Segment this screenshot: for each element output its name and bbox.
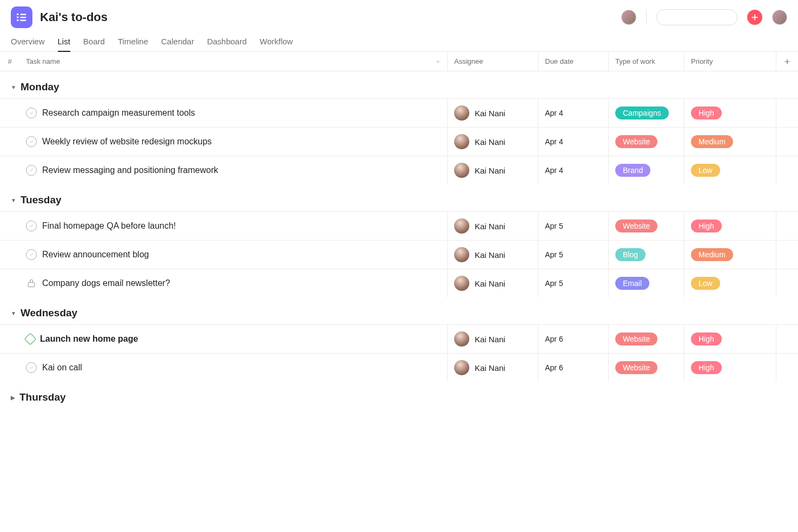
task-name-cell[interactable]: Weekly review of website redesign mockup… [19, 128, 448, 156]
due-date-cell[interactable]: Apr 5 [538, 269, 609, 297]
priority-pill: High [691, 361, 722, 374]
due-date-cell[interactable]: Apr 5 [538, 241, 609, 269]
assignee-cell[interactable]: Kai Nani [448, 128, 538, 156]
assignee-avatar [454, 134, 469, 149]
complete-checkbox[interactable] [26, 165, 37, 176]
assignee-cell[interactable]: Kai Nani [448, 354, 538, 382]
row-gutter [0, 269, 19, 297]
milestone-icon[interactable] [24, 333, 37, 345]
col-task-name[interactable]: Task name [19, 52, 448, 71]
assignee-name: Kai Nani [475, 137, 506, 147]
tab-list[interactable]: List [58, 32, 70, 51]
section-header[interactable]: ▼Tuesday [0, 184, 798, 211]
tab-timeline[interactable]: Timeline [118, 32, 148, 51]
col-type-of-work[interactable]: Type of work [609, 52, 684, 71]
priority-cell[interactable]: Medium [684, 128, 776, 156]
task-row[interactable]: Review announcement blogKai NaniApr 5Blo… [0, 240, 798, 269]
task-sections: ▼MondayResearch campaign measurement too… [0, 71, 798, 409]
priority-cell[interactable]: High [684, 99, 776, 127]
task-row[interactable]: Research campaign measurement toolsKai N… [0, 98, 798, 127]
section-header[interactable]: ▼Wednesday [0, 297, 798, 324]
priority-pill: Low [691, 277, 720, 290]
assignee-cell[interactable]: Kai Nani [448, 156, 538, 184]
section-header[interactable]: ▶Thursday [0, 382, 798, 409]
due-date-cell[interactable]: Apr 5 [538, 212, 609, 240]
column-header-row: # Task name Assignee Due date Type of wo… [0, 52, 798, 71]
task-row[interactable]: Launch new home pageKai NaniApr 6Website… [0, 324, 798, 353]
type-pill: Campaigns [615, 107, 669, 119]
row-trailing [776, 269, 798, 297]
tab-overview[interactable]: Overview [11, 32, 45, 51]
assignee-cell[interactable]: Kai Nani [448, 99, 538, 127]
type-cell[interactable]: Email [609, 269, 684, 297]
complete-checkbox[interactable] [26, 249, 37, 260]
member-avatar[interactable] [621, 10, 636, 25]
search-input[interactable] [666, 14, 756, 22]
tab-board[interactable]: Board [83, 32, 105, 51]
task-row[interactable]: Kai on callKai NaniApr 6WebsiteHigh [0, 353, 798, 382]
add-column-button[interactable] [776, 52, 798, 71]
complete-checkbox[interactable] [26, 108, 37, 118]
type-cell[interactable]: Campaigns [609, 99, 684, 127]
priority-cell[interactable]: Medium [684, 241, 776, 269]
task-name-cell[interactable]: Kai on call [19, 354, 448, 382]
priority-cell[interactable]: High [684, 354, 776, 382]
assignee-cell[interactable]: Kai Nani [448, 241, 538, 269]
row-gutter [0, 128, 19, 156]
row-gutter [0, 99, 19, 127]
section-header[interactable]: ▼Monday [0, 71, 798, 98]
priority-cell[interactable]: High [684, 325, 776, 353]
task-row[interactable]: Final homepage QA before launch!Kai Nani… [0, 211, 798, 240]
due-date-cell[interactable]: Apr 6 [538, 354, 609, 382]
priority-cell[interactable]: Low [684, 156, 776, 184]
task-name-cell[interactable]: Research campaign measurement tools [19, 99, 448, 127]
due-date-cell[interactable]: Apr 6 [538, 325, 609, 353]
assignee-cell[interactable]: Kai Nani [448, 325, 538, 353]
user-avatar[interactable] [772, 10, 787, 25]
priority-pill: Medium [691, 248, 733, 261]
type-cell[interactable]: Website [609, 128, 684, 156]
task-name-cell[interactable]: Launch new home page [19, 325, 448, 353]
tab-dashboard[interactable]: Dashboard [207, 32, 247, 51]
complete-checkbox[interactable] [26, 221, 37, 231]
add-button[interactable] [747, 10, 762, 25]
due-date-cell[interactable]: Apr 4 [538, 156, 609, 184]
type-cell[interactable]: Website [609, 212, 684, 240]
tab-calendar[interactable]: Calendar [161, 32, 194, 51]
type-pill: Website [615, 220, 657, 232]
type-cell[interactable]: Website [609, 354, 684, 382]
task-name-cell[interactable]: Review messaging and positioning framewo… [19, 156, 448, 184]
row-trailing [776, 354, 798, 382]
project-header: Kai's to-dos [0, 0, 798, 28]
due-date-cell[interactable]: Apr 4 [538, 99, 609, 127]
approval-icon[interactable] [26, 278, 37, 289]
task-row[interactable]: Review messaging and positioning framewo… [0, 156, 798, 184]
tab-workflow[interactable]: Workflow [260, 32, 292, 51]
type-cell[interactable]: Brand [609, 156, 684, 184]
priority-cell[interactable]: High [684, 212, 776, 240]
assignee-cell[interactable]: Kai Nani [448, 269, 538, 297]
task-row[interactable]: Weekly review of website redesign mockup… [0, 127, 798, 156]
col-due-date[interactable]: Due date [538, 52, 609, 71]
complete-checkbox[interactable] [26, 136, 37, 147]
col-assignee[interactable]: Assignee [448, 52, 538, 71]
type-cell[interactable]: Website [609, 325, 684, 353]
type-pill: Website [615, 135, 657, 148]
section-name: Wednesday [21, 307, 77, 319]
task-name-cell[interactable]: Company dogs email newsletter? [19, 269, 448, 297]
svg-rect-1 [20, 14, 26, 15]
priority-cell[interactable]: Low [684, 269, 776, 297]
row-gutter [0, 241, 19, 269]
task-row[interactable]: Company dogs email newsletter?Kai NaniAp… [0, 269, 798, 297]
due-date-cell[interactable]: Apr 4 [538, 128, 609, 156]
complete-checkbox[interactable] [26, 362, 37, 373]
chevron-down-icon[interactable] [435, 59, 441, 64]
col-priority[interactable]: Priority [684, 52, 776, 71]
assignee-cell[interactable]: Kai Nani [448, 212, 538, 240]
task-name-cell[interactable]: Final homepage QA before launch! [19, 212, 448, 240]
task-name-cell[interactable]: Review announcement blog [19, 241, 448, 269]
search-box[interactable] [656, 9, 737, 25]
row-gutter [0, 156, 19, 184]
type-cell[interactable]: Blog [609, 241, 684, 269]
row-trailing [776, 325, 798, 353]
